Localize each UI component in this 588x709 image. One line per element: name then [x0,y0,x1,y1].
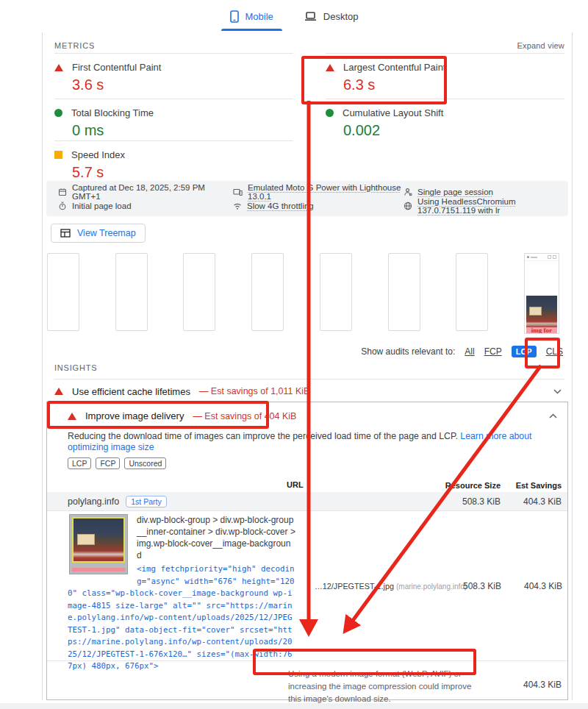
wifi-icon [233,202,242,210]
origin-host: polylang.info [68,496,119,507]
average-square-icon [54,151,62,159]
audit-filter-label: Show audits relevant to: [361,346,455,357]
item-est-savings: 404.3 KiB [501,581,562,591]
filmstrip-frame [47,253,79,331]
metric-value: 0.002 [343,122,564,139]
throttling: Slow 4G throttling [233,201,404,211]
fail-triangle-icon [54,64,63,71]
metrics-title: METRICS [54,41,95,50]
chevron-up-icon [549,413,557,418]
resource-url: …12/JPEGTEST-1.jpg (marine.polylang.info… [295,582,420,591]
insight-savings: — Est savings of 1,011 KiB [199,386,310,396]
chip-lcp: LCP [68,457,91,469]
insight-cache-lifetimes[interactable]: Use efficient cache lifetimes — Est savi… [54,381,562,402]
final-screenshot-thumbnail: img for [524,253,559,334]
metric-value: 0 ms [72,122,293,139]
table-row-image: div.wp-block-group > div.wp-block-group_… [47,510,567,660]
metrics-grid: First Contentful Paint 3.6 s Largest Con… [54,53,564,179]
insight-savings: — Est savings of 404 KiB [193,411,296,421]
lcp-image-photo [72,517,125,563]
filter-lcp-selected[interactable]: LCP [512,346,537,357]
first-party-badge: 1st Party [126,496,166,507]
filmstrip: img for [47,253,559,335]
tab-mobile[interactable]: Mobile [226,4,278,31]
photo-sign [77,534,95,545]
lcp-image-thumbnail [69,514,128,574]
table-header: URL Resource Size Est Savings [47,479,567,492]
tab-mobile-label: Mobile [245,11,273,22]
thumb-sign [529,307,542,316]
globe-icon [404,202,412,210]
filter-fcp[interactable]: FCP [484,346,502,357]
filmstrip-frame [183,253,215,331]
tab-desktop[interactable]: Desktop [300,4,363,31]
insight-title: Improve image delivery [85,410,184,421]
item-resource-size: 508.3 KiB [420,581,501,591]
fail-triangle-icon [68,413,76,420]
filmstrip-frame [388,253,420,331]
filmstrip-frame [320,253,352,331]
thumb-caption: img for [526,327,557,334]
emulated-device: Emulated Moto G Power with Lighthouse 13… [233,187,404,197]
mobile-phone-icon [230,10,239,23]
device-icon [233,188,243,196]
photo-pink-strip [72,568,125,571]
origin-est-savings: 404.3 KiB [501,496,562,507]
initial-page-load: Initial page load [58,201,233,211]
device-tabbar: Mobile Desktop [0,4,588,31]
audit-filter: Show audits relevant to: All FCP LCP CLS [43,344,563,359]
metric-label: First Contentful Paint [72,62,161,73]
metric-label: Speed Index [71,149,125,160]
filter-cls[interactable]: CLS [546,346,563,357]
stopwatch-icon [58,202,67,210]
captured-at: Captured at Dec 18, 2025, 2:59 PM GMT+1 [58,187,233,197]
insights-title: INSIGHTS [54,363,564,380]
metric-empty-cell [326,140,564,179]
desktop-laptop-icon [304,12,317,21]
calendar-icon [58,188,67,196]
filmstrip-frame [456,253,488,331]
view-treemap-button[interactable]: View Treemap [51,224,146,243]
insight-image-delivery-header[interactable]: Improve image delivery — Est savings of … [68,407,557,424]
metric-label: Total Blocking Time [71,107,154,118]
fail-triangle-icon [326,64,334,71]
column-url: URL [287,480,304,489]
metric-value: 6.3 s [343,76,564,93]
origin-resource-size: 508.3 KiB [420,496,501,507]
metric-speed-index: Speed Index 5.7 s [54,140,293,179]
filmstrip-frame [115,253,148,331]
capture-info-box: Captured at Dec 18, 2025, 2:59 PM GMT+1 … [46,181,568,216]
person-icon [404,188,412,196]
metric-value: 5.7 s [72,164,293,181]
lighthouse-report-page: Mobile Desktop METRICS Expand view First… [0,0,588,709]
insight-image-delivery-panel: Improve image delivery — Est savings of … [46,402,568,700]
filmstrip-frame [251,253,284,331]
pass-circle-icon [326,109,334,117]
metric-first-contentful-paint: First Contentful Paint 3.6 s [54,53,293,99]
chevron-down-icon [553,389,562,394]
insight-chips: LCP FCP Unscored [68,457,567,469]
metrics-section-header: METRICS Expand view [54,40,564,51]
metric-value: 3.6 s [72,76,293,93]
column-est-savings: Est Savings [501,481,562,490]
session-type: Single page session [404,187,568,197]
metric-cumulative-layout-shift: Cumulative Layout Shift 0.002 [326,99,564,140]
metric-label: Cumulative Layout Shift [343,107,443,118]
insight-title: Use efficient cache lifetimes [72,386,190,397]
thumb-hero-image [526,296,557,327]
filter-all[interactable]: All [465,346,474,357]
thumb-browser-bar [525,254,559,261]
metric-total-blocking-time: Total Blocking Time 0 ms [54,99,293,140]
footer-strip [0,703,588,709]
metric-label: Largest Contentful Paint [343,62,445,73]
expand-view-link[interactable]: Expand view [517,41,564,50]
treemap-icon [60,229,71,238]
chip-unscored: Unscored [124,457,166,469]
chip-fcp: FCP [96,457,120,469]
fail-triangle-icon [54,388,63,395]
insight-description: Reducing the download time of images can… [68,431,557,453]
element-source-code: <img fetchpriority="high" decoding="asyn… [68,563,295,673]
metric-largest-contentful-paint: Largest Contentful Paint 6.3 s [326,53,564,99]
chromium-version: Using HeadlessChromium 137.0.7151.119 wi… [404,201,568,211]
pass-circle-icon [54,109,62,117]
